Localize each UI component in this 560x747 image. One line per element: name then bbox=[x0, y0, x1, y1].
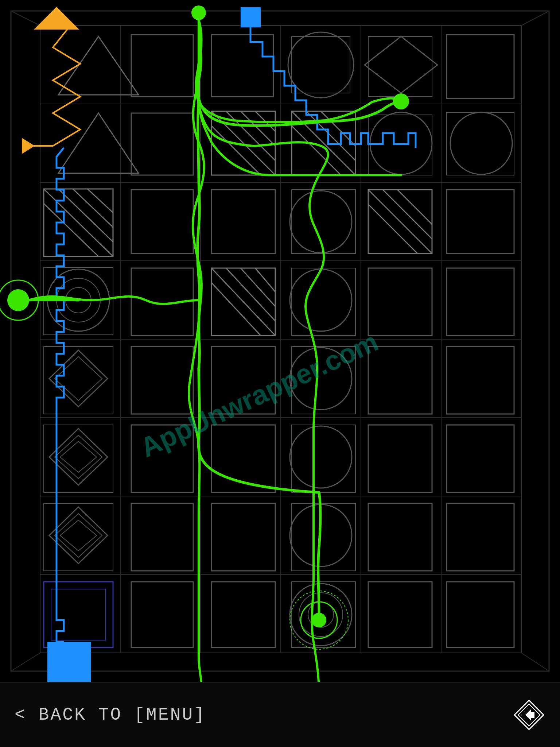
menu-diamond-icon[interactable] bbox=[513, 698, 545, 731]
svg-line-31 bbox=[226, 111, 275, 160]
svg-line-67 bbox=[226, 268, 275, 321]
svg-marker-95 bbox=[60, 520, 97, 551]
svg-line-35 bbox=[292, 111, 355, 175]
svg-rect-86 bbox=[44, 425, 113, 492]
svg-point-122 bbox=[7, 289, 29, 311]
svg-marker-114 bbox=[22, 138, 35, 154]
svg-point-119 bbox=[312, 613, 326, 627]
svg-marker-18 bbox=[58, 36, 139, 95]
svg-line-65 bbox=[211, 268, 275, 336]
svg-point-51 bbox=[290, 191, 352, 253]
svg-line-54 bbox=[368, 190, 432, 253]
svg-marker-113 bbox=[35, 7, 78, 29]
svg-line-36 bbox=[292, 126, 341, 175]
svg-rect-116 bbox=[47, 642, 91, 682]
svg-point-99 bbox=[290, 504, 352, 566]
svg-point-79 bbox=[290, 348, 352, 410]
svg-rect-98 bbox=[211, 503, 275, 571]
svg-rect-25 bbox=[447, 35, 514, 98]
svg-rect-103 bbox=[44, 582, 113, 647]
svg-rect-63 bbox=[131, 268, 193, 336]
svg-line-33 bbox=[255, 111, 275, 131]
svg-rect-40 bbox=[368, 115, 432, 175]
svg-point-123 bbox=[0, 280, 38, 320]
svg-rect-50 bbox=[211, 190, 275, 253]
svg-rect-91 bbox=[368, 425, 432, 492]
svg-marker-83 bbox=[49, 429, 108, 485]
svg-rect-28 bbox=[211, 111, 275, 175]
svg-marker-85 bbox=[60, 441, 97, 472]
svg-point-117 bbox=[191, 5, 206, 20]
svg-rect-72 bbox=[368, 268, 432, 336]
svg-rect-5 bbox=[40, 26, 521, 653]
svg-rect-111 bbox=[368, 582, 432, 647]
svg-point-70 bbox=[290, 269, 352, 331]
svg-line-55 bbox=[368, 204, 417, 253]
svg-rect-110 bbox=[292, 582, 355, 647]
svg-point-121 bbox=[290, 591, 348, 649]
svg-marker-127 bbox=[525, 709, 534, 720]
svg-line-29 bbox=[211, 111, 275, 175]
svg-rect-58 bbox=[447, 190, 514, 253]
svg-rect-81 bbox=[368, 347, 432, 414]
svg-line-46 bbox=[58, 189, 113, 242]
svg-rect-92 bbox=[447, 425, 514, 492]
svg-rect-53 bbox=[368, 190, 432, 253]
svg-line-56 bbox=[383, 190, 432, 239]
svg-rect-112 bbox=[447, 582, 514, 647]
svg-line-2 bbox=[521, 11, 549, 26]
svg-rect-73 bbox=[447, 268, 514, 336]
svg-line-30 bbox=[211, 126, 261, 175]
svg-rect-62 bbox=[44, 267, 113, 335]
svg-rect-97 bbox=[131, 503, 193, 571]
svg-rect-43 bbox=[44, 189, 113, 256]
svg-rect-102 bbox=[447, 503, 514, 571]
svg-rect-24 bbox=[368, 36, 432, 97]
svg-rect-64 bbox=[211, 268, 275, 336]
svg-point-39 bbox=[370, 112, 432, 174]
svg-marker-84 bbox=[55, 435, 102, 479]
svg-point-124 bbox=[393, 93, 409, 109]
svg-rect-90 bbox=[292, 425, 355, 492]
svg-point-89 bbox=[290, 426, 352, 488]
svg-point-107 bbox=[290, 584, 352, 646]
game-area: AppUnwrapper.com bbox=[0, 0, 560, 682]
svg-line-48 bbox=[88, 189, 113, 213]
svg-line-44 bbox=[44, 189, 113, 256]
svg-line-38 bbox=[321, 111, 355, 146]
svg-marker-23 bbox=[365, 36, 438, 93]
svg-rect-42 bbox=[447, 112, 514, 175]
svg-rect-76 bbox=[44, 347, 113, 414]
svg-point-120 bbox=[301, 602, 337, 638]
svg-rect-105 bbox=[131, 582, 193, 647]
svg-line-3 bbox=[11, 653, 40, 671]
svg-rect-80 bbox=[292, 347, 355, 414]
svg-line-57 bbox=[397, 190, 432, 224]
svg-rect-78 bbox=[211, 347, 275, 414]
svg-rect-101 bbox=[368, 503, 432, 571]
svg-point-108 bbox=[299, 593, 343, 636]
svg-rect-27 bbox=[131, 113, 193, 175]
svg-line-68 bbox=[241, 268, 275, 306]
svg-point-21 bbox=[288, 32, 354, 98]
back-button[interactable]: < BACK TO [MENU] bbox=[15, 705, 206, 725]
svg-line-69 bbox=[255, 268, 275, 292]
svg-marker-26 bbox=[58, 113, 139, 173]
svg-rect-87 bbox=[131, 425, 193, 492]
svg-rect-77 bbox=[131, 347, 193, 414]
svg-rect-115 bbox=[241, 7, 261, 27]
svg-rect-22 bbox=[292, 36, 350, 93]
svg-rect-19 bbox=[131, 35, 193, 97]
svg-line-1 bbox=[11, 11, 40, 26]
svg-line-47 bbox=[73, 189, 113, 227]
svg-rect-106 bbox=[211, 582, 275, 647]
svg-rect-96 bbox=[44, 503, 113, 571]
svg-rect-104 bbox=[51, 589, 106, 640]
svg-rect-100 bbox=[292, 503, 355, 571]
bottom-bar: < BACK TO [MENU] bbox=[0, 682, 560, 747]
watermark-text: AppUnwrapper.com bbox=[136, 326, 383, 463]
svg-marker-0 bbox=[11, 11, 549, 671]
svg-point-41 bbox=[450, 112, 512, 174]
svg-marker-94 bbox=[55, 514, 102, 557]
svg-rect-82 bbox=[447, 347, 514, 414]
